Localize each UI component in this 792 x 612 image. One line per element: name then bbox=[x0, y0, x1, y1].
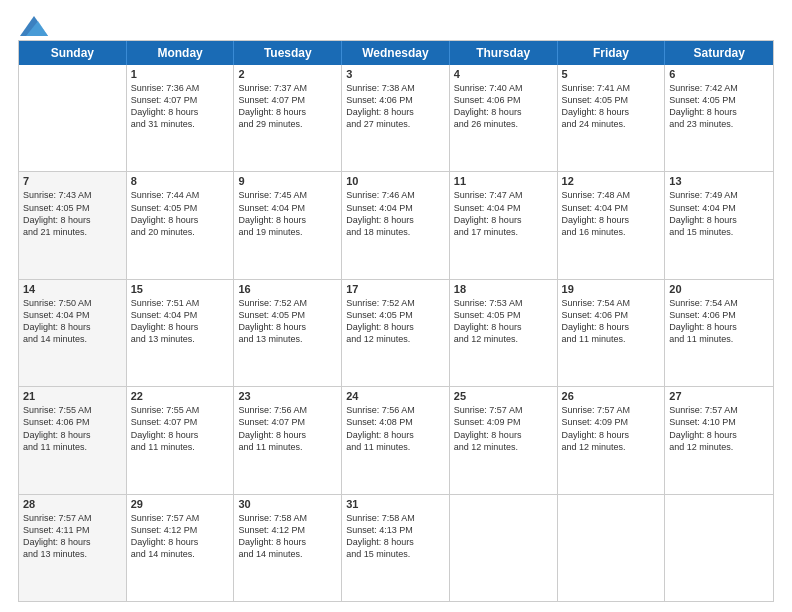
cal-cell: 2Sunrise: 7:37 AMSunset: 4:07 PMDaylight… bbox=[234, 65, 342, 171]
day-number: 20 bbox=[669, 283, 769, 295]
cal-header-cell-tuesday: Tuesday bbox=[234, 41, 342, 65]
cal-cell: 8Sunrise: 7:44 AMSunset: 4:05 PMDaylight… bbox=[127, 172, 235, 278]
day-info: Sunrise: 7:44 AMSunset: 4:05 PMDaylight:… bbox=[131, 189, 230, 238]
day-info: Sunrise: 7:55 AMSunset: 4:07 PMDaylight:… bbox=[131, 404, 230, 453]
cal-cell: 27Sunrise: 7:57 AMSunset: 4:10 PMDayligh… bbox=[665, 387, 773, 493]
day-number: 11 bbox=[454, 175, 553, 187]
day-info: Sunrise: 7:47 AMSunset: 4:04 PMDaylight:… bbox=[454, 189, 553, 238]
day-number: 13 bbox=[669, 175, 769, 187]
day-info: Sunrise: 7:38 AMSunset: 4:06 PMDaylight:… bbox=[346, 82, 445, 131]
day-number: 29 bbox=[131, 498, 230, 510]
day-info: Sunrise: 7:57 AMSunset: 4:09 PMDaylight:… bbox=[454, 404, 553, 453]
cal-cell: 23Sunrise: 7:56 AMSunset: 4:07 PMDayligh… bbox=[234, 387, 342, 493]
cal-cell: 4Sunrise: 7:40 AMSunset: 4:06 PMDaylight… bbox=[450, 65, 558, 171]
cal-cell: 17Sunrise: 7:52 AMSunset: 4:05 PMDayligh… bbox=[342, 280, 450, 386]
day-info: Sunrise: 7:56 AMSunset: 4:07 PMDaylight:… bbox=[238, 404, 337, 453]
day-info: Sunrise: 7:57 AMSunset: 4:11 PMDaylight:… bbox=[23, 512, 122, 561]
calendar-header-row: SundayMondayTuesdayWednesdayThursdayFrid… bbox=[19, 41, 773, 65]
day-number: 8 bbox=[131, 175, 230, 187]
cal-week-0: 1Sunrise: 7:36 AMSunset: 4:07 PMDaylight… bbox=[19, 65, 773, 172]
day-number: 15 bbox=[131, 283, 230, 295]
day-info: Sunrise: 7:57 AMSunset: 4:10 PMDaylight:… bbox=[669, 404, 769, 453]
cal-cell bbox=[450, 495, 558, 601]
day-info: Sunrise: 7:46 AMSunset: 4:04 PMDaylight:… bbox=[346, 189, 445, 238]
cal-header-cell-wednesday: Wednesday bbox=[342, 41, 450, 65]
day-number: 24 bbox=[346, 390, 445, 402]
cal-cell bbox=[665, 495, 773, 601]
day-info: Sunrise: 7:37 AMSunset: 4:07 PMDaylight:… bbox=[238, 82, 337, 131]
cal-cell: 22Sunrise: 7:55 AMSunset: 4:07 PMDayligh… bbox=[127, 387, 235, 493]
day-info: Sunrise: 7:52 AMSunset: 4:05 PMDaylight:… bbox=[238, 297, 337, 346]
cal-cell bbox=[558, 495, 666, 601]
cal-cell: 9Sunrise: 7:45 AMSunset: 4:04 PMDaylight… bbox=[234, 172, 342, 278]
day-number: 1 bbox=[131, 68, 230, 80]
day-info: Sunrise: 7:57 AMSunset: 4:12 PMDaylight:… bbox=[131, 512, 230, 561]
day-number: 31 bbox=[346, 498, 445, 510]
day-info: Sunrise: 7:58 AMSunset: 4:12 PMDaylight:… bbox=[238, 512, 337, 561]
logo bbox=[18, 18, 48, 34]
day-info: Sunrise: 7:51 AMSunset: 4:04 PMDaylight:… bbox=[131, 297, 230, 346]
cal-cell: 7Sunrise: 7:43 AMSunset: 4:05 PMDaylight… bbox=[19, 172, 127, 278]
day-number: 22 bbox=[131, 390, 230, 402]
cal-cell: 24Sunrise: 7:56 AMSunset: 4:08 PMDayligh… bbox=[342, 387, 450, 493]
day-number: 14 bbox=[23, 283, 122, 295]
cal-cell: 26Sunrise: 7:57 AMSunset: 4:09 PMDayligh… bbox=[558, 387, 666, 493]
day-info: Sunrise: 7:56 AMSunset: 4:08 PMDaylight:… bbox=[346, 404, 445, 453]
day-info: Sunrise: 7:57 AMSunset: 4:09 PMDaylight:… bbox=[562, 404, 661, 453]
day-number: 23 bbox=[238, 390, 337, 402]
day-number: 18 bbox=[454, 283, 553, 295]
cal-cell: 29Sunrise: 7:57 AMSunset: 4:12 PMDayligh… bbox=[127, 495, 235, 601]
cal-cell: 14Sunrise: 7:50 AMSunset: 4:04 PMDayligh… bbox=[19, 280, 127, 386]
cal-week-2: 14Sunrise: 7:50 AMSunset: 4:04 PMDayligh… bbox=[19, 280, 773, 387]
header bbox=[18, 18, 774, 34]
cal-cell: 11Sunrise: 7:47 AMSunset: 4:04 PMDayligh… bbox=[450, 172, 558, 278]
day-info: Sunrise: 7:45 AMSunset: 4:04 PMDaylight:… bbox=[238, 189, 337, 238]
cal-cell: 15Sunrise: 7:51 AMSunset: 4:04 PMDayligh… bbox=[127, 280, 235, 386]
day-info: Sunrise: 7:48 AMSunset: 4:04 PMDaylight:… bbox=[562, 189, 661, 238]
day-info: Sunrise: 7:36 AMSunset: 4:07 PMDaylight:… bbox=[131, 82, 230, 131]
cal-week-4: 28Sunrise: 7:57 AMSunset: 4:11 PMDayligh… bbox=[19, 495, 773, 601]
page: SundayMondayTuesdayWednesdayThursdayFrid… bbox=[0, 0, 792, 612]
day-info: Sunrise: 7:49 AMSunset: 4:04 PMDaylight:… bbox=[669, 189, 769, 238]
day-number: 6 bbox=[669, 68, 769, 80]
cal-cell bbox=[19, 65, 127, 171]
day-info: Sunrise: 7:41 AMSunset: 4:05 PMDaylight:… bbox=[562, 82, 661, 131]
cal-week-1: 7Sunrise: 7:43 AMSunset: 4:05 PMDaylight… bbox=[19, 172, 773, 279]
cal-cell: 28Sunrise: 7:57 AMSunset: 4:11 PMDayligh… bbox=[19, 495, 127, 601]
day-info: Sunrise: 7:58 AMSunset: 4:13 PMDaylight:… bbox=[346, 512, 445, 561]
day-number: 2 bbox=[238, 68, 337, 80]
day-number: 17 bbox=[346, 283, 445, 295]
calendar: SundayMondayTuesdayWednesdayThursdayFrid… bbox=[18, 40, 774, 602]
day-number: 21 bbox=[23, 390, 122, 402]
cal-cell: 13Sunrise: 7:49 AMSunset: 4:04 PMDayligh… bbox=[665, 172, 773, 278]
cal-cell: 10Sunrise: 7:46 AMSunset: 4:04 PMDayligh… bbox=[342, 172, 450, 278]
calendar-body: 1Sunrise: 7:36 AMSunset: 4:07 PMDaylight… bbox=[19, 65, 773, 601]
day-number: 27 bbox=[669, 390, 769, 402]
cal-cell: 20Sunrise: 7:54 AMSunset: 4:06 PMDayligh… bbox=[665, 280, 773, 386]
cal-cell: 16Sunrise: 7:52 AMSunset: 4:05 PMDayligh… bbox=[234, 280, 342, 386]
cal-cell: 3Sunrise: 7:38 AMSunset: 4:06 PMDaylight… bbox=[342, 65, 450, 171]
cal-header-cell-thursday: Thursday bbox=[450, 41, 558, 65]
day-number: 30 bbox=[238, 498, 337, 510]
day-number: 5 bbox=[562, 68, 661, 80]
cal-cell: 30Sunrise: 7:58 AMSunset: 4:12 PMDayligh… bbox=[234, 495, 342, 601]
day-number: 16 bbox=[238, 283, 337, 295]
cal-header-cell-monday: Monday bbox=[127, 41, 235, 65]
day-info: Sunrise: 7:42 AMSunset: 4:05 PMDaylight:… bbox=[669, 82, 769, 131]
cal-cell: 21Sunrise: 7:55 AMSunset: 4:06 PMDayligh… bbox=[19, 387, 127, 493]
cal-cell: 1Sunrise: 7:36 AMSunset: 4:07 PMDaylight… bbox=[127, 65, 235, 171]
day-number: 12 bbox=[562, 175, 661, 187]
day-number: 19 bbox=[562, 283, 661, 295]
cal-header-cell-sunday: Sunday bbox=[19, 41, 127, 65]
cal-cell: 25Sunrise: 7:57 AMSunset: 4:09 PMDayligh… bbox=[450, 387, 558, 493]
cal-cell: 5Sunrise: 7:41 AMSunset: 4:05 PMDaylight… bbox=[558, 65, 666, 171]
day-number: 4 bbox=[454, 68, 553, 80]
logo-icon bbox=[20, 16, 48, 36]
day-info: Sunrise: 7:43 AMSunset: 4:05 PMDaylight:… bbox=[23, 189, 122, 238]
day-number: 9 bbox=[238, 175, 337, 187]
day-number: 3 bbox=[346, 68, 445, 80]
day-info: Sunrise: 7:52 AMSunset: 4:05 PMDaylight:… bbox=[346, 297, 445, 346]
day-number: 25 bbox=[454, 390, 553, 402]
day-info: Sunrise: 7:55 AMSunset: 4:06 PMDaylight:… bbox=[23, 404, 122, 453]
cal-cell: 19Sunrise: 7:54 AMSunset: 4:06 PMDayligh… bbox=[558, 280, 666, 386]
